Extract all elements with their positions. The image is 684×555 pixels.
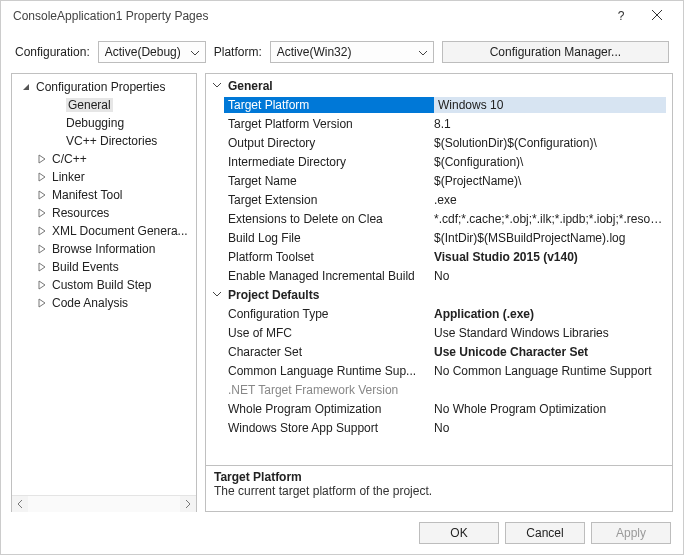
property-value[interactable]: No Common Language Runtime Support [434,364,666,378]
section-title: General [224,79,434,93]
property-value[interactable]: .exe [434,193,666,207]
property-row[interactable]: Output Directory$(SolutionDir)$(Configur… [206,133,672,152]
expander-icon[interactable] [20,81,32,93]
tree-item-code-analysis[interactable]: Code Analysis [14,294,194,312]
property-row[interactable]: Target PlatformWindows 10 [206,95,672,114]
collapse-icon[interactable] [210,83,224,88]
tree-item-label: Browse Information [52,242,155,256]
tree-horizontal-scrollbar[interactable] [12,495,196,511]
tree-item-debugging[interactable]: Debugging [14,114,194,132]
platform-label: Platform: [214,45,262,59]
configuration-dropdown[interactable]: Active(Debug) [98,41,206,63]
section-header[interactable]: Project Defaults [206,285,672,304]
expander-icon[interactable] [36,153,48,165]
tree-item-browse-information[interactable]: Browse Information [14,240,194,258]
configuration-manager-button[interactable]: Configuration Manager... [442,41,669,63]
property-value[interactable]: Application (.exe) [434,307,666,321]
platform-dropdown[interactable]: Active(Win32) [270,41,434,63]
property-name: .NET Target Framework Version [224,383,434,397]
property-value[interactable]: *.cdf;*.cache;*.obj;*.ilk;*.ipdb;*.iobj;… [434,212,666,226]
property-row[interactable]: Enable Managed Incremental BuildNo [206,266,672,285]
tree-item-manifest-tool[interactable]: Manifest Tool [14,186,194,204]
ok-label: OK [450,526,467,540]
property-name: Character Set [224,345,434,359]
property-value[interactable]: No Whole Program Optimization [434,402,666,416]
scroll-track[interactable] [28,496,180,512]
expander-icon[interactable] [36,189,48,201]
tree-item-build-events[interactable]: Build Events [14,258,194,276]
scroll-left-icon[interactable] [12,496,28,512]
property-value[interactable]: Use Standard Windows Libraries [434,326,666,340]
tree-item-label: XML Document Genera... [52,224,188,238]
property-row[interactable]: Character SetUse Unicode Character Set [206,342,672,361]
property-row[interactable]: Windows Store App SupportNo [206,418,672,437]
property-value[interactable]: $(SolutionDir)$(Configuration)\ [434,136,666,150]
close-button[interactable] [639,1,675,31]
platform-value: Active(Win32) [277,45,352,59]
section-header[interactable]: General [206,76,672,95]
property-value[interactable]: $(Configuration)\ [434,155,666,169]
expander-icon[interactable] [50,135,62,147]
ok-button[interactable]: OK [419,522,499,544]
property-row[interactable]: Target Platform Version8.1 [206,114,672,133]
property-value[interactable]: Visual Studio 2015 (v140) [434,250,666,264]
property-name: Windows Store App Support [224,421,434,435]
property-row[interactable]: Target Extension.exe [206,190,672,209]
property-row[interactable]: Extensions to Delete on Clea*.cdf;*.cach… [206,209,672,228]
tree-item-c-c-[interactable]: C/C++ [14,150,194,168]
property-name: Target Name [224,174,434,188]
tree-item-label: Debugging [66,116,124,130]
configuration-tree[interactable]: Configuration PropertiesGeneralDebugging… [12,74,196,495]
tree-root[interactable]: Configuration Properties [14,78,194,96]
tree-item-resources[interactable]: Resources [14,204,194,222]
apply-button[interactable]: Apply [591,522,671,544]
tree-item-label: C/C++ [52,152,87,166]
tree-item-linker[interactable]: Linker [14,168,194,186]
property-name: Intermediate Directory [224,155,434,169]
property-name: Enable Managed Incremental Build [224,269,434,283]
expander-icon[interactable] [36,243,48,255]
expander-icon[interactable] [36,261,48,273]
property-list[interactable]: GeneralTarget PlatformWindows 10Target P… [205,73,673,466]
configuration-label: Configuration: [15,45,90,59]
property-value[interactable]: $(IntDir)$(MSBuildProjectName).log [434,231,666,245]
expander-icon[interactable] [36,279,48,291]
property-value[interactable]: $(ProjectName)\ [434,174,666,188]
help-button[interactable]: ? [603,1,639,31]
property-row[interactable]: Target Name$(ProjectName)\ [206,171,672,190]
expander-icon[interactable] [36,171,48,183]
property-row[interactable]: Whole Program OptimizationNo Whole Progr… [206,399,672,418]
property-row[interactable]: Platform ToolsetVisual Studio 2015 (v140… [206,247,672,266]
tree-item-label: Code Analysis [52,296,128,310]
property-value[interactable]: No [434,421,666,435]
properties-panel: GeneralTarget PlatformWindows 10Target P… [205,73,673,512]
tree-item-label: Manifest Tool [52,188,122,202]
cancel-button[interactable]: Cancel [505,522,585,544]
configuration-value: Active(Debug) [105,45,181,59]
expander-icon[interactable] [36,297,48,309]
property-row[interactable]: .NET Target Framework Version [206,380,672,399]
property-row[interactable]: Configuration TypeApplication (.exe) [206,304,672,323]
property-row[interactable]: Use of MFCUse Standard Windows Libraries [206,323,672,342]
tree-item-xml-document-genera-[interactable]: XML Document Genera... [14,222,194,240]
property-row[interactable]: Intermediate Directory$(Configuration)\ [206,152,672,171]
configuration-manager-label: Configuration Manager... [490,45,621,59]
property-row[interactable]: Common Language Runtime Sup...No Common … [206,361,672,380]
expander-icon[interactable] [50,99,62,111]
property-value[interactable]: No [434,269,666,283]
expander-icon[interactable] [50,117,62,129]
property-row[interactable]: Build Log File$(IntDir)$(MSBuildProjectN… [206,228,672,247]
tree-item-label: Custom Build Step [52,278,151,292]
tree-item-vc-directories[interactable]: VC++ Directories [14,132,194,150]
property-value[interactable]: Use Unicode Character Set [434,345,666,359]
property-value[interactable]: Windows 10 [434,97,666,113]
tree-item-general[interactable]: General [14,96,194,114]
expander-icon[interactable] [36,207,48,219]
tree-item-custom-build-step[interactable]: Custom Build Step [14,276,194,294]
property-value[interactable]: 8.1 [434,117,666,131]
expander-icon[interactable] [36,225,48,237]
scroll-right-icon[interactable] [180,496,196,512]
property-name: Use of MFC [224,326,434,340]
window-title: ConsoleApplication1 Property Pages [9,7,603,25]
collapse-icon[interactable] [210,292,224,297]
